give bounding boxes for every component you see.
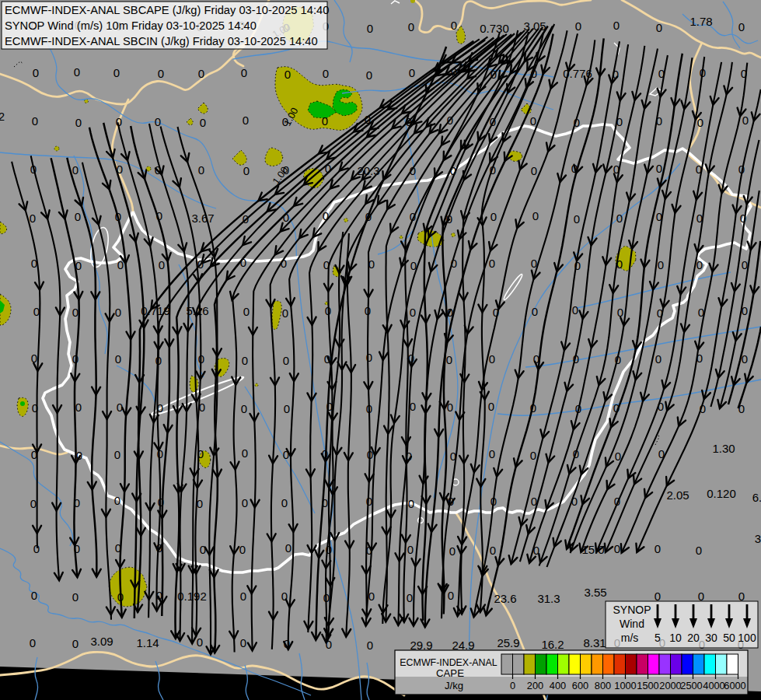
svg-text:0: 0 — [658, 67, 665, 80]
svg-text:0: 0 — [614, 542, 620, 555]
svg-text:0: 0 — [740, 212, 746, 225]
svg-text:0: 0 — [532, 305, 538, 318]
svg-text:0: 0 — [75, 116, 82, 129]
svg-text:0: 0 — [488, 400, 494, 413]
svg-text:0: 0 — [573, 352, 579, 366]
svg-text:0: 0 — [490, 544, 496, 557]
svg-text:0.776: 0.776 — [563, 67, 592, 80]
svg-text:0: 0 — [658, 400, 664, 413]
svg-text:600: 600 — [572, 680, 588, 691]
svg-text:0: 0 — [115, 306, 121, 319]
svg-text:0: 0 — [658, 447, 665, 460]
svg-text:1.14: 1.14 — [136, 636, 159, 649]
svg-text:0.120: 0.120 — [707, 487, 736, 500]
svg-text:m/s: m/s — [621, 632, 639, 644]
svg-text:ECMWF-INDEX-ANAL SBCIN (J/kg): ECMWF-INDEX-ANAL SBCIN (J/kg) Friday 03-… — [5, 35, 318, 47]
svg-text:0: 0 — [655, 352, 662, 366]
svg-text:0: 0 — [324, 352, 330, 366]
svg-text:0: 0 — [72, 306, 79, 319]
svg-text:0: 0 — [198, 67, 204, 80]
svg-text:5: 5 — [655, 632, 661, 644]
svg-text:0: 0 — [33, 542, 40, 555]
svg-text:0: 0 — [241, 66, 247, 79]
svg-text:0: 0 — [490, 115, 496, 128]
svg-text:0: 0 — [72, 163, 79, 177]
svg-text:0: 0 — [281, 590, 288, 603]
svg-text:0: 0 — [283, 448, 289, 461]
svg-text:0: 0 — [530, 449, 536, 462]
svg-text:0: 0 — [199, 401, 205, 414]
svg-text:0: 0 — [74, 542, 80, 555]
svg-text:0: 0 — [450, 164, 456, 177]
svg-text:0: 0 — [197, 257, 204, 271]
svg-text:0: 0 — [156, 209, 162, 222]
svg-text:800: 800 — [595, 680, 611, 691]
svg-text:0: 0 — [574, 116, 580, 129]
svg-text:0: 0 — [410, 164, 416, 177]
svg-text:0: 0 — [117, 590, 124, 604]
svg-text:0: 0 — [742, 352, 748, 366]
svg-text:0: 0 — [72, 637, 79, 650]
svg-text:0: 0 — [115, 352, 121, 366]
svg-text:0: 0 — [532, 209, 539, 222]
svg-text:0: 0 — [322, 496, 328, 509]
svg-text:0: 0 — [655, 590, 661, 603]
svg-text:0: 0 — [239, 543, 246, 556]
svg-text:0: 0 — [117, 401, 123, 414]
svg-text:0: 0 — [698, 590, 704, 603]
svg-text:ECMWF-INDEX-ANAL: ECMWF-INDEX-ANAL — [400, 657, 497, 668]
svg-text:0: 0 — [531, 257, 537, 270]
svg-text:0: 0 — [326, 543, 332, 556]
svg-text:0: 0 — [76, 449, 82, 462]
svg-text:0: 0 — [31, 352, 37, 365]
svg-text:0: 0 — [285, 68, 291, 81]
svg-text:0: 0 — [447, 114, 453, 127]
svg-text:0: 0 — [490, 68, 497, 81]
svg-text:0: 0 — [159, 258, 165, 271]
svg-text:0: 0 — [489, 447, 495, 460]
svg-text:0: 0 — [574, 212, 580, 226]
svg-text:0: 0 — [240, 256, 246, 269]
svg-text:0: 0 — [617, 306, 623, 319]
svg-text:0: 0 — [738, 590, 745, 603]
svg-text:0: 0 — [30, 497, 37, 510]
svg-text:2: 2 — [0, 110, 5, 123]
svg-text:0: 0 — [451, 65, 457, 79]
svg-text:0: 0 — [700, 66, 706, 79]
svg-text:0: 0 — [410, 306, 416, 319]
svg-text:0: 0 — [200, 543, 206, 556]
svg-text:0: 0 — [696, 544, 702, 557]
svg-text:0: 0 — [407, 543, 414, 556]
svg-text:0: 0 — [31, 257, 37, 270]
svg-text:0: 0 — [368, 257, 375, 271]
svg-text:1.30: 1.30 — [712, 442, 735, 455]
svg-text:0: 0 — [115, 210, 121, 223]
svg-text:0: 0 — [615, 450, 621, 463]
svg-text:100: 100 — [738, 632, 756, 644]
svg-text:SYNOP: SYNOP — [613, 604, 651, 616]
svg-text:0: 0 — [575, 402, 581, 415]
svg-text:0: 0 — [738, 163, 745, 176]
svg-text:0: 0 — [738, 20, 745, 33]
svg-text:0: 0 — [240, 590, 246, 603]
svg-text:0: 0 — [656, 114, 662, 128]
svg-text:0: 0 — [742, 304, 748, 317]
svg-text:0: 0 — [448, 495, 454, 508]
svg-text:0: 0 — [489, 257, 495, 270]
svg-text:3.09: 3.09 — [90, 635, 113, 648]
svg-text:J/kg: J/kg — [445, 680, 463, 691]
svg-text:0: 0 — [114, 448, 120, 461]
svg-text:0: 0 — [326, 400, 333, 413]
svg-text:0: 0 — [655, 542, 661, 555]
svg-text:0: 0 — [197, 497, 203, 510]
svg-text:20.3: 20.3 — [357, 164, 379, 177]
svg-text:0: 0 — [696, 258, 703, 271]
svg-text:0: 0 — [531, 67, 537, 80]
svg-text:3.05: 3.05 — [523, 19, 546, 33]
svg-text:0: 0 — [197, 447, 204, 460]
svg-text:0: 0 — [530, 114, 536, 128]
svg-text:0: 0 — [116, 115, 122, 128]
svg-text:0: 0 — [365, 304, 371, 317]
svg-text:0: 0 — [323, 209, 329, 222]
svg-text:50: 50 — [723, 632, 735, 644]
